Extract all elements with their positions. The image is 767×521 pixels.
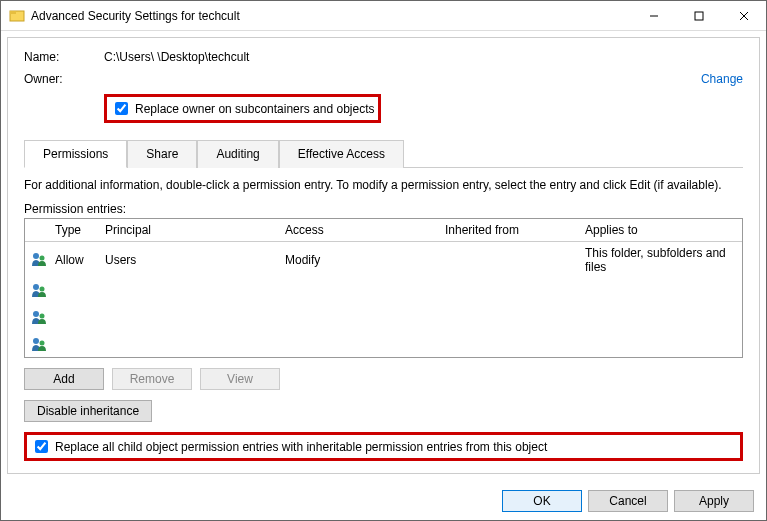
svg-point-9 [40,287,45,292]
cell-type [49,290,99,294]
users-icon [25,307,49,330]
table-row[interactable] [25,278,742,305]
owner-label: Owner: [24,72,104,86]
grid-header: Type Principal Access Inherited from App… [25,219,742,242]
grid-header-type[interactable]: Type [49,219,99,241]
table-row[interactable]: AllowUsersModifyThis folder, subfolders … [25,242,742,278]
grid-header-access[interactable]: Access [279,219,439,241]
svg-rect-1 [10,11,16,14]
cell-inherited [439,317,579,321]
grid-header-applies[interactable]: Applies to [579,219,742,241]
replace-owner-row: Replace owner on subcontainers and objec… [104,94,743,123]
grid-header-principal[interactable]: Principal [99,219,279,241]
svg-point-13 [40,341,45,346]
close-button[interactable] [721,1,766,30]
maximize-button[interactable] [676,1,721,30]
replace-owner-highlight: Replace owner on subcontainers and objec… [104,94,381,123]
permission-grid[interactable]: Type Principal Access Inherited from App… [24,218,743,358]
inheritance-row: Disable inheritance [24,400,743,422]
name-value: C:\Users\ \Desktop\techcult [104,50,249,64]
replace-children-checkbox[interactable] [35,440,48,453]
tab-auditing[interactable]: Auditing [197,140,278,168]
replace-children-highlight: Replace all child object permission entr… [24,432,743,461]
name-row: Name: C:\Users\ \Desktop\techcult [24,50,743,64]
window-title: Advanced Security Settings for techcult [31,9,631,23]
cell-inherited [439,344,579,348]
tab-share[interactable]: Share [127,140,197,168]
tab-permissions[interactable]: Permissions [24,140,127,168]
cancel-button[interactable]: Cancel [588,490,668,512]
cell-access: Modify [279,251,439,269]
remove-button: Remove [112,368,192,390]
cell-access [279,317,439,321]
cell-principal [99,344,279,348]
security-icon [9,8,25,24]
users-icon [25,249,49,272]
grid-header-inherited[interactable]: Inherited from [439,219,579,241]
users-icon [25,280,49,303]
cell-principal [99,317,279,321]
info-text: For additional information, double-click… [24,178,743,192]
entry-button-row: Add Remove View [24,368,743,390]
svg-point-12 [33,338,39,344]
users-icon [25,334,49,357]
client-area: Name: C:\Users\ \Desktop\techcult Owner:… [7,37,760,474]
cell-applies [579,317,742,321]
change-owner-link[interactable]: Change [701,72,743,86]
svg-point-7 [40,255,45,260]
table-row[interactable] [25,332,742,359]
dialog-footer: OK Cancel Apply [1,480,766,521]
view-button: View [200,368,280,390]
svg-point-8 [33,284,39,290]
cell-type: Allow [49,251,99,269]
tabstrip: Permissions Share Auditing Effective Acc… [24,139,743,168]
window: Advanced Security Settings for techcult … [0,0,767,521]
cell-applies [579,290,742,294]
table-row[interactable] [25,305,742,332]
svg-point-10 [33,311,39,317]
grid-header-icon [25,219,49,241]
apply-button[interactable]: Apply [674,490,754,512]
replace-children-label: Replace all child object permission entr… [55,440,547,454]
cell-type [49,344,99,348]
svg-rect-3 [695,12,703,20]
titlebar: Advanced Security Settings for techcult [1,1,766,31]
permission-entries-label: Permission entries: [24,202,743,216]
svg-point-11 [40,314,45,319]
ok-button[interactable]: OK [502,490,582,512]
replace-owner-checkbox[interactable] [115,102,128,115]
cell-applies: This folder, subfolders and files [579,244,742,276]
cell-access [279,344,439,348]
replace-owner-label: Replace owner on subcontainers and objec… [135,102,374,116]
minimize-button[interactable] [631,1,676,30]
tab-effective-access[interactable]: Effective Access [279,140,404,168]
grid-body: AllowUsersModifyThis folder, subfolders … [25,242,742,359]
owner-row: Owner: Change [24,72,743,86]
cell-principal: Users [99,251,279,269]
cell-inherited [439,258,579,262]
add-button[interactable]: Add [24,368,104,390]
cell-inherited [439,290,579,294]
svg-point-6 [33,253,39,259]
name-label: Name: [24,50,104,64]
cell-type [49,317,99,321]
cell-applies [579,344,742,348]
disable-inheritance-button[interactable]: Disable inheritance [24,400,152,422]
cell-principal [99,290,279,294]
cell-access [279,290,439,294]
